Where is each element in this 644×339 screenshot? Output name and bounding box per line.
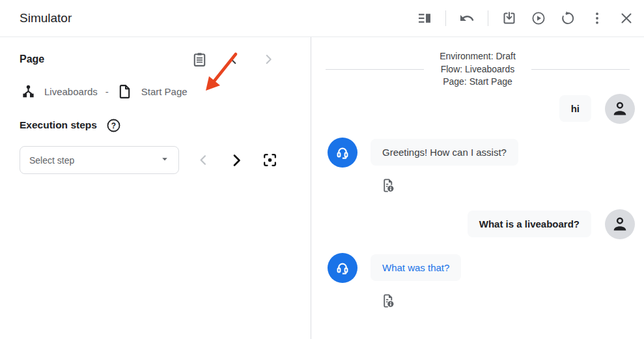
context-environment: Environment: Draft xyxy=(440,50,516,63)
agent-message-row: Greetings! How can I assist? xyxy=(328,138,635,168)
close-icon[interactable] xyxy=(618,10,635,27)
chevron-right-icon[interactable] xyxy=(260,51,277,68)
person-icon xyxy=(610,99,630,119)
play-icon[interactable] xyxy=(530,10,547,27)
svg-text:?: ? xyxy=(111,121,116,130)
session-context: Environment: Draft Flow: Liveaboards Pag… xyxy=(311,50,644,89)
save-version-icon[interactable] xyxy=(501,10,518,27)
restart-icon[interactable] xyxy=(559,10,576,27)
agent-avatar xyxy=(328,253,357,283)
step-select-value: Select step xyxy=(29,155,74,166)
page-section-title: Page xyxy=(20,53,44,65)
agent-avatar xyxy=(328,138,357,168)
user-message-bubble[interactable]: What is a liveaboard? xyxy=(468,211,591,237)
doc-info-icon[interactable] xyxy=(380,293,397,310)
agent-message-bubble[interactable]: What was that? xyxy=(371,254,461,281)
step-next-icon[interactable] xyxy=(228,152,245,169)
user-message-row: What is a liveaboard? xyxy=(328,209,635,239)
agent-message-row: What was that? xyxy=(328,253,635,283)
page-title: Simulator xyxy=(20,11,72,25)
undo-icon[interactable] xyxy=(458,10,475,27)
chevron-down-icon xyxy=(160,155,169,166)
toolbar-divider xyxy=(488,10,488,26)
flow-name: Liveaboards xyxy=(44,86,98,97)
doc-info-icon[interactable] xyxy=(380,177,397,194)
agent-message-bubble[interactable]: Greetings! How can I assist? xyxy=(371,139,518,166)
execution-panel: Page Liveaboards - Start xyxy=(0,37,311,339)
simulator-header: Simulator xyxy=(0,0,644,37)
page-file-icon xyxy=(117,83,133,100)
more-options-icon[interactable] xyxy=(589,10,606,27)
person-icon xyxy=(610,214,630,234)
dock-panel-icon[interactable] xyxy=(416,10,433,27)
copy-page-icon[interactable] xyxy=(191,51,208,68)
headset-icon xyxy=(333,143,352,162)
context-flow: Flow: Liveaboards xyxy=(440,63,516,76)
toolbar-divider xyxy=(445,10,446,26)
user-message-row: hi xyxy=(328,94,635,124)
headset-icon xyxy=(333,258,352,278)
context-divider-right xyxy=(531,69,630,70)
page-name: Start Page xyxy=(141,86,188,97)
context-page: Page: Start Page xyxy=(440,76,516,89)
user-avatar xyxy=(605,209,635,239)
help-icon[interactable]: ? xyxy=(105,117,122,134)
step-select[interactable]: Select step xyxy=(20,146,179,174)
chat-transcript: hi Greetings! How can I assist? What is … xyxy=(311,94,644,310)
response-detail-row xyxy=(380,177,635,194)
user-message-bubble[interactable]: hi xyxy=(559,95,591,122)
flow-icon xyxy=(20,83,36,100)
center-focus-icon[interactable] xyxy=(261,152,278,169)
chevron-left-icon[interactable] xyxy=(225,51,242,68)
user-avatar xyxy=(605,94,635,124)
conversation-panel: Environment: Draft Flow: Liveaboards Pag… xyxy=(311,37,644,339)
context-divider-left xyxy=(326,69,424,70)
header-toolbar xyxy=(416,10,635,27)
step-previous-icon[interactable] xyxy=(195,152,212,169)
response-detail-row xyxy=(380,293,635,310)
name-separator: - xyxy=(105,86,109,97)
execution-steps-title: Execution steps xyxy=(20,119,97,131)
